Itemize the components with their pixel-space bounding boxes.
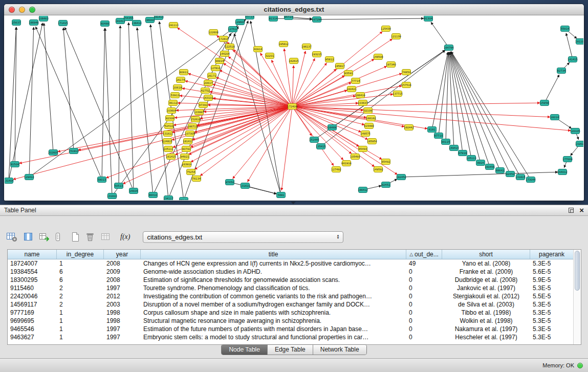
table-row[interactable]: 1830029562008Estimation of significance … <box>8 276 573 284</box>
graph-node[interactable]: 192450 <box>396 174 406 180</box>
graph-node[interactable]: 127514 <box>228 27 238 32</box>
function-icon[interactable]: f(x) <box>120 231 130 243</box>
graph-node[interactable]: 160421 <box>346 86 357 92</box>
graph-node[interactable]: 59013 <box>98 177 106 183</box>
graph-node[interactable]: 75254 <box>187 169 195 175</box>
graph-node[interactable]: 80911 <box>180 70 188 75</box>
graph-node[interactable]: 164794 <box>444 45 454 51</box>
graph-node[interactable]: 92451 <box>382 182 390 188</box>
graph-node[interactable]: 32106 <box>364 108 373 114</box>
graph-node[interactable]: 20618 <box>173 85 182 91</box>
graph-node[interactable]: 171415 <box>58 20 68 26</box>
float-panel-icon[interactable] <box>568 207 574 213</box>
minimize-button[interactable] <box>19 7 25 13</box>
graph-node[interactable]: 191104 <box>575 39 583 45</box>
graph-node[interactable]: 122518 <box>225 44 235 50</box>
graph-node[interactable]: 42752 <box>201 88 210 94</box>
table-settings-icon[interactable] <box>6 231 17 243</box>
graph-node[interactable]: 134117 <box>163 196 173 201</box>
graph-node[interactable]: 129414 <box>24 174 35 180</box>
graph-node[interactable]: 20617 <box>204 80 213 86</box>
column-header-out_de[interactable]: △out_de... <box>406 250 442 259</box>
tab-node-table[interactable]: Node Table <box>222 345 268 355</box>
close-button[interactable] <box>9 7 15 13</box>
graph-node[interactable]: 186946 <box>29 20 39 26</box>
graph-node[interactable]: 132610 <box>575 141 583 147</box>
graph-node[interactable]: 152610 <box>190 117 201 122</box>
graph-node[interactable]: 81314 <box>269 16 278 21</box>
graph-node[interactable]: 166162 <box>366 116 376 121</box>
graph-node[interactable]: 131910 <box>107 193 117 199</box>
graph-node[interactable]: 181413 <box>154 16 164 20</box>
graph-node[interactable]: 8191 <box>428 127 437 133</box>
columns-icon[interactable] <box>23 231 33 243</box>
graph-node[interactable]: 177009 <box>562 157 573 162</box>
graph-node[interactable]: 154355 <box>123 16 134 21</box>
graph-node[interactable]: 144204 <box>220 51 230 57</box>
graph-node[interactable]: 76134 <box>192 176 201 182</box>
graph-node[interactable]: 157516 <box>401 82 411 88</box>
table-row[interactable]: 911546021997Tourette syndrome. Phenomeno… <box>8 284 573 292</box>
graph-node[interactable]: 26171 <box>208 73 216 79</box>
scrollbar-thumb[interactable] <box>575 251 580 291</box>
graph-node[interactable]: 94921 <box>181 154 189 160</box>
graph-node[interactable]: 125439 <box>381 26 391 32</box>
table-row[interactable]: 977716911998Corpus callosum shape and si… <box>8 309 573 317</box>
table-row[interactable]: 946362711997Embryonic stem cells: a mode… <box>8 333 573 341</box>
tab-network-table[interactable]: Network Table <box>313 345 366 355</box>
graph-node[interactable]: 80466 <box>101 21 110 27</box>
graph-node[interactable]: 16014 <box>551 115 559 120</box>
graph-node[interactable]: 149575 <box>360 131 371 137</box>
table-row[interactable]: 1872400712008Changes of HCN gene express… <box>8 259 573 268</box>
graph-node[interactable]: 186412 <box>358 187 368 193</box>
graph-node[interactable]: 52410 <box>165 123 173 129</box>
graph-node[interactable]: 122608 <box>208 30 219 35</box>
graph-node[interactable]: 149414 <box>449 145 460 151</box>
graph-node[interactable]: 50513 <box>115 183 123 189</box>
graph-node[interactable]: 107305 <box>185 131 195 137</box>
graph-node[interactable]: 120105 <box>570 128 580 134</box>
graph-node[interactable]: 99914 <box>215 58 224 64</box>
graph-node[interactable]: 162615 <box>289 58 299 64</box>
graph-node[interactable]: 163914 <box>182 162 192 167</box>
graph-node[interactable]: 160456 <box>485 164 495 170</box>
graph-node[interactable]: 185817 <box>335 63 345 69</box>
graph-node[interactable]: 172814 <box>219 36 229 42</box>
graph-node[interactable]: 105111 <box>163 146 173 152</box>
graph-node[interactable]: 185954 <box>367 139 378 144</box>
table-row[interactable]: 969969511998Structural magnetic resonanc… <box>8 317 573 325</box>
graph-node[interactable]: 68642 <box>496 168 505 173</box>
graph-node[interactable]: 97450 <box>226 180 234 185</box>
graph-node[interactable]: 160442 <box>404 125 414 130</box>
graph-node[interactable]: 74850 <box>402 70 411 75</box>
new-column-icon[interactable] <box>39 231 49 243</box>
graph-node[interactable]: 92450 <box>506 171 515 177</box>
graph-node[interactable]: 195812 <box>278 41 289 47</box>
graph-node[interactable]: 131615 <box>515 174 526 180</box>
network-graph[interactable]: 1724091911131226081728141225181442049991… <box>5 16 583 200</box>
table-chooser-select[interactable]: citations_edges.txt ▲▼ <box>143 231 343 243</box>
graph-node[interactable]: 141415 <box>568 57 578 62</box>
graph-node[interactable]: 90115 <box>442 139 450 145</box>
table-row[interactable]: 1456911722003Disruption of a novel membe… <box>8 300 573 309</box>
graph-node[interactable]: 121139 <box>391 34 401 39</box>
table-scrollbar[interactable] <box>573 250 581 344</box>
graph-node[interactable]: 186416 <box>355 93 365 98</box>
new-file-icon[interactable] <box>71 231 80 243</box>
graph-node[interactable]: 129604 <box>235 19 246 25</box>
graph-node[interactable]: 915469 <box>364 123 374 129</box>
graph-node[interactable]: 85493 <box>359 146 367 152</box>
window-titlebar[interactable]: citations_edges.txt <box>4 4 584 15</box>
panel-splitter-handle[interactable] <box>291 202 296 204</box>
graph-node[interactable]: 25637 <box>12 20 21 26</box>
graph-node[interactable]: 93591 <box>344 71 353 76</box>
graph-node[interactable]: 181411 <box>183 139 193 144</box>
graph-node[interactable]: 36112 <box>169 100 178 106</box>
table-row[interactable]: 1938455462009Genome-wide association stu… <box>8 268 573 276</box>
import-table-icon[interactable] <box>100 231 111 243</box>
column-header-short[interactable]: short <box>442 250 530 259</box>
graph-node[interactable]: 96121 <box>180 198 188 201</box>
column-header-in_degree[interactable]: in_degree <box>57 250 104 259</box>
graph-node[interactable]: 186713 <box>187 124 198 129</box>
graph-node[interactable]: 86410 <box>149 192 158 198</box>
